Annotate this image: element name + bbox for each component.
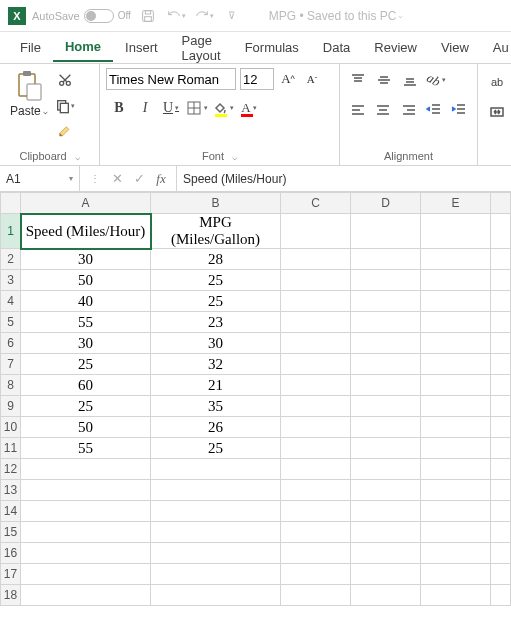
formula-input[interactable]: Speed (Miles/Hour): [176, 166, 511, 191]
tab-page-layout[interactable]: Page Layout: [170, 27, 233, 69]
cell-D6[interactable]: [351, 333, 421, 354]
row-header-10[interactable]: 10: [1, 417, 21, 438]
cell-D9[interactable]: [351, 396, 421, 417]
cell-D1[interactable]: [351, 214, 421, 249]
cell-A4[interactable]: 40: [21, 291, 151, 312]
cell-C17[interactable]: [281, 564, 351, 585]
row-header-5[interactable]: 5: [1, 312, 21, 333]
cell-B5[interactable]: 23: [151, 312, 281, 333]
cell-C13[interactable]: [281, 480, 351, 501]
row-header-14[interactable]: 14: [1, 501, 21, 522]
paste-button[interactable]: Paste⌵: [6, 68, 52, 144]
cell-B9[interactable]: 35: [151, 396, 281, 417]
font-color-button[interactable]: A▾: [236, 96, 262, 120]
cell-A9[interactable]: 25: [21, 396, 151, 417]
cell-A17[interactable]: [21, 564, 151, 585]
cell-D2[interactable]: [351, 249, 421, 270]
decrease-font-size-button[interactable]: Aˇ: [302, 68, 322, 90]
cell-B2[interactable]: 28: [151, 249, 281, 270]
redo-icon[interactable]: ▾: [193, 5, 215, 27]
cell-D14[interactable]: [351, 501, 421, 522]
cell-B11[interactable]: 25: [151, 438, 281, 459]
cell-C4[interactable]: [281, 291, 351, 312]
cell-C3[interactable]: [281, 270, 351, 291]
cell-B15[interactable]: [151, 522, 281, 543]
wrap-text-button[interactable]: ab: [484, 70, 510, 94]
cell-E3[interactable]: [421, 270, 491, 291]
cell-A15[interactable]: [21, 522, 151, 543]
row-header-18[interactable]: 18: [1, 585, 21, 606]
cell-C9[interactable]: [281, 396, 351, 417]
align-middle-button[interactable]: [372, 68, 396, 92]
cell-D5[interactable]: [351, 312, 421, 333]
cell-overflow[interactable]: [491, 438, 511, 459]
cell-E7[interactable]: [421, 354, 491, 375]
cell-E17[interactable]: [421, 564, 491, 585]
col-header-E[interactable]: E: [421, 193, 491, 214]
tab-formulas[interactable]: Formulas: [233, 34, 311, 61]
cell-A16[interactable]: [21, 543, 151, 564]
cell-C5[interactable]: [281, 312, 351, 333]
formula-dropdown-icon[interactable]: ⋮: [84, 169, 106, 189]
merge-center-button[interactable]: [484, 100, 510, 124]
name-box[interactable]: A1 ▾: [0, 166, 80, 191]
cell-B18[interactable]: [151, 585, 281, 606]
cell-E8[interactable]: [421, 375, 491, 396]
dialog-launcher-icon[interactable]: ⌵: [75, 152, 80, 162]
row-header-11[interactable]: 11: [1, 438, 21, 459]
col-header-C[interactable]: C: [281, 193, 351, 214]
document-title[interactable]: MPG • Saved to this PC ⌵: [269, 9, 404, 23]
cell-overflow[interactable]: [491, 375, 511, 396]
cell-D13[interactable]: [351, 480, 421, 501]
tab-view[interactable]: View: [429, 34, 481, 61]
cell-A7[interactable]: 25: [21, 354, 151, 375]
undo-icon[interactable]: ▾: [165, 5, 187, 27]
cell-E10[interactable]: [421, 417, 491, 438]
cell-C1[interactable]: [281, 214, 351, 249]
dialog-launcher-icon[interactable]: ⌵: [232, 152, 237, 162]
fx-icon[interactable]: fx: [150, 169, 172, 189]
cell-D3[interactable]: [351, 270, 421, 291]
copy-button[interactable]: ▾: [54, 96, 76, 116]
cell-A10[interactable]: 50: [21, 417, 151, 438]
align-top-button[interactable]: [346, 68, 370, 92]
cell-D11[interactable]: [351, 438, 421, 459]
font-name-select[interactable]: [106, 68, 236, 90]
cancel-formula-button[interactable]: ✕: [106, 169, 128, 189]
row-header-12[interactable]: 12: [1, 459, 21, 480]
cell-B8[interactable]: 21: [151, 375, 281, 396]
align-left-button[interactable]: [346, 98, 369, 122]
cell-B1[interactable]: MPG (Miles/Gallon): [151, 214, 281, 249]
cell-overflow[interactable]: [491, 480, 511, 501]
cell-E16[interactable]: [421, 543, 491, 564]
cell-C14[interactable]: [281, 501, 351, 522]
decrease-indent-button[interactable]: [422, 98, 445, 122]
cell-B6[interactable]: 30: [151, 333, 281, 354]
cell-overflow[interactable]: [491, 270, 511, 291]
bold-button[interactable]: B: [106, 96, 132, 120]
cell-overflow[interactable]: [491, 564, 511, 585]
cell-D7[interactable]: [351, 354, 421, 375]
row-header-6[interactable]: 6: [1, 333, 21, 354]
cell-A6[interactable]: 30: [21, 333, 151, 354]
cell-overflow[interactable]: [491, 585, 511, 606]
tab-au[interactable]: Au: [481, 34, 511, 61]
spreadsheet-grid[interactable]: ABCDE1Speed (Miles/Hour)MPG (Miles/Gallo…: [0, 192, 511, 606]
align-center-button[interactable]: [371, 98, 394, 122]
cell-C15[interactable]: [281, 522, 351, 543]
cell-A13[interactable]: [21, 480, 151, 501]
row-header-2[interactable]: 2: [1, 249, 21, 270]
row-header-13[interactable]: 13: [1, 480, 21, 501]
cell-A5[interactable]: 55: [21, 312, 151, 333]
cell-overflow[interactable]: [491, 214, 511, 249]
cell-overflow[interactable]: [491, 249, 511, 270]
cell-B10[interactable]: 26: [151, 417, 281, 438]
cell-overflow[interactable]: [491, 396, 511, 417]
row-header-15[interactable]: 15: [1, 522, 21, 543]
col-header-overflow[interactable]: [491, 193, 511, 214]
cell-A3[interactable]: 50: [21, 270, 151, 291]
cell-A1[interactable]: Speed (Miles/Hour): [21, 214, 151, 249]
cell-D8[interactable]: [351, 375, 421, 396]
cell-D18[interactable]: [351, 585, 421, 606]
toggle-off-icon[interactable]: [84, 9, 114, 23]
